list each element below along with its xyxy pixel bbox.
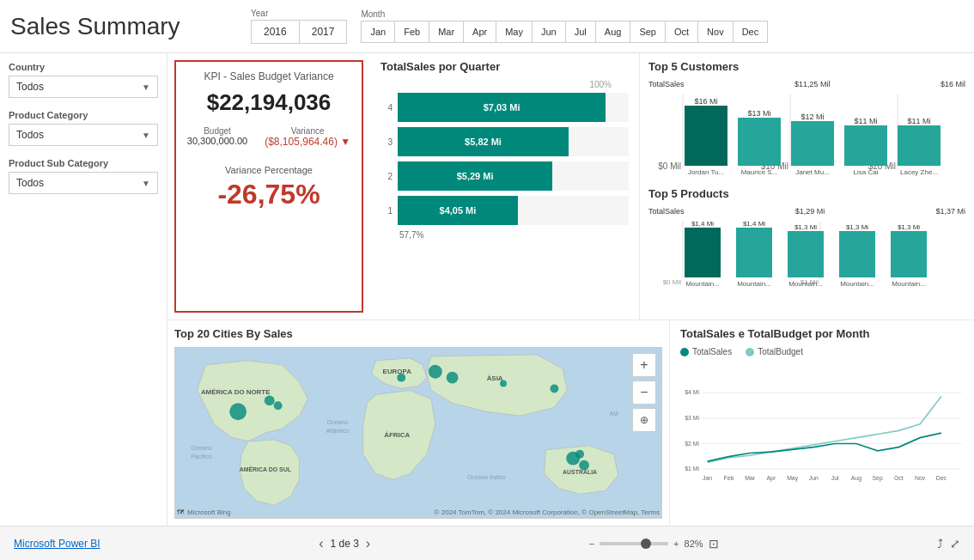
svg-text:$2 Mi: $2 Mi — [685, 441, 699, 447]
kpi-panel: KPI - Sales Budget Variance $22,194,036 … — [174, 60, 363, 313]
line-chart-title: TotalSales e TotalBudget por Month — [680, 327, 964, 340]
map-zoom-out-button[interactable]: − — [632, 380, 656, 405]
power-bi-link[interactable]: Microsoft Power BI — [14, 538, 100, 550]
svg-rect-7 — [685, 106, 727, 166]
svg-text:AMÉRICA DO SUL: AMÉRICA DO SUL — [240, 466, 292, 472]
product-category-dropdown[interactable]: Todos ▼ — [9, 124, 158, 146]
quarter-bar-row: 4 $7,03 Mi — [380, 93, 629, 122]
svg-text:Jan: Jan — [703, 475, 712, 481]
svg-text:Apr: Apr — [767, 475, 776, 482]
quarter-top-label: 100% — [380, 80, 612, 89]
zoom-slider[interactable] — [600, 542, 668, 545]
month-sep-button[interactable]: Sep — [630, 21, 666, 42]
bottom-panels: Top 20 Cities By Sales — [167, 320, 974, 526]
country-dropdown-arrow: ▼ — [142, 82, 150, 92]
svg-text:Oct: Oct — [894, 475, 904, 481]
page-navigation: ‹ 1 de 3 › — [319, 536, 370, 551]
kpi-variance-value: ($8,105,964.46) ▼ — [265, 136, 350, 148]
kpi-budget-value: 30,300,000.00 — [187, 136, 247, 146]
svg-text:$4 Mi: $4 Mi — [685, 389, 699, 395]
product-category-arrow: ▼ — [142, 131, 150, 140]
customers-header-val2: $16 Mil — [941, 80, 965, 88]
month-apr-button[interactable]: Apr — [464, 21, 496, 42]
svg-rect-38 — [891, 231, 927, 277]
quarter-bar: $4,05 Mi — [398, 196, 518, 225]
header: Sales Summary Year 2016 2017 Month JanFe… — [0, 0, 974, 53]
month-jul-button[interactable]: Jul — [566, 21, 596, 42]
svg-text:Oceano Índico: Oceano Índico — [467, 473, 506, 480]
bing-logo: 🗺 — [177, 508, 184, 516]
month-aug-button[interactable]: Aug — [596, 21, 631, 42]
quarter-label: 2 — [380, 172, 393, 181]
top-panels: KPI - Sales Budget Variance $22,194,036 … — [167, 53, 974, 320]
zoom-thumb — [641, 539, 651, 549]
svg-text:Janet Mu...: Janet Mu... — [795, 168, 830, 176]
svg-text:May: May — [787, 475, 799, 482]
products-header-val2: $1,37 Mi — [935, 207, 965, 216]
month-nov-button[interactable]: Nov — [698, 21, 734, 42]
line-chart-area: $4 Mi $3 Mi $2 Mi $1 Mi Jan Feb — [680, 362, 964, 510]
svg-text:Jun: Jun — [809, 475, 819, 481]
svg-point-55 — [274, 401, 283, 410]
quarter-label: 4 — [380, 103, 393, 113]
quarter-bar: $5,82 Mi — [398, 127, 569, 156]
month-buttons: JanFebMarAprMayJunJulAugSepOctNovDec — [361, 21, 768, 43]
map-controls: + − ⊕ — [627, 348, 661, 437]
top5-products-header: TotalSales $1,29 Mi $1,37 Mi — [648, 207, 965, 216]
svg-text:EUROPA: EUROPA — [383, 368, 412, 375]
svg-point-63 — [500, 380, 507, 387]
svg-text:$3 Mi: $3 Mi — [685, 415, 699, 421]
month-oct-button[interactable]: Oct — [666, 21, 698, 42]
fit-screen-button[interactable]: ⊡ — [709, 537, 719, 551]
map-zoom-in-button[interactable]: + — [632, 353, 656, 377]
zoom-control: − + 82% ⊡ — [589, 537, 719, 551]
map-settings-button[interactable]: ⊕ — [632, 408, 656, 432]
legend-total-budget: TotalBudget — [746, 347, 803, 356]
page-title: Sales Summary — [10, 13, 234, 40]
products-total-sales-label: TotalSales — [648, 207, 685, 216]
quarter-bar-row: 3 $5,82 Mi — [380, 127, 629, 156]
month-jan-button[interactable]: Jan — [362, 21, 395, 42]
month-may-button[interactable]: May — [496, 21, 533, 42]
page-indicator: 1 de 3 — [330, 538, 358, 550]
svg-text:AM: AM — [610, 411, 619, 417]
kpi-variance-pct-section: Variance Percentage -26,75% — [217, 165, 320, 210]
svg-text:Pacífico: Pacífico — [191, 453, 212, 460]
product-subcategory-dropdown[interactable]: Todos ▼ — [9, 172, 158, 194]
top5-products-title: Top 5 Products — [648, 187, 965, 200]
svg-text:Lisa Cai: Lisa Cai — [854, 168, 879, 176]
country-label: Country — [9, 62, 158, 72]
svg-text:AUSTRÁLIA: AUSTRÁLIA — [563, 468, 597, 475]
quarter-bars: 4 $7,03 Mi 3 $5,82 Mi 2 $5,29 Mi 1 $4,05… — [380, 93, 629, 225]
next-page-button[interactable]: › — [366, 536, 370, 551]
legend-sales-dot — [680, 348, 689, 356]
zoom-minus: − — [589, 539, 594, 549]
products-header-val1: $1,29 Mi — [795, 207, 825, 216]
svg-point-54 — [265, 395, 275, 405]
month-mar-button[interactable]: Mar — [429, 21, 464, 42]
quarter-bar-container: $5,82 Mi — [398, 127, 629, 156]
kpi-value: $22,194,036 — [207, 89, 332, 116]
zoom-plus: + — [673, 539, 679, 549]
products-chart: $0 Mil$1 Mil$1,4 MiMountain...$1,4 MiMou… — [648, 217, 965, 295]
month-jun-button[interactable]: Jun — [533, 21, 566, 42]
share-button[interactable]: ⤴ — [937, 537, 943, 551]
svg-text:Jordan Tu...: Jordan Tu... — [688, 168, 724, 176]
line-chart-panel: TotalSales e TotalBudget por Month Total… — [670, 320, 974, 526]
footer: Microsoft Power BI ‹ 1 de 3 › − + 82% ⊡ … — [0, 526, 974, 560]
svg-text:$1,3 Mi: $1,3 Mi — [846, 223, 868, 231]
svg-rect-32 — [788, 231, 824, 277]
main-content: KPI - Sales Budget Variance $22,194,036 … — [167, 53, 974, 526]
fullscreen-button[interactable]: ⤢ — [950, 537, 960, 551]
year-2017-button[interactable]: 2017 — [299, 21, 347, 43]
top5-panel: Top 5 Customers TotalSales $11,25 Mil $1… — [639, 53, 974, 320]
quarter-bar-container: $5,29 Mi — [398, 161, 629, 191]
svg-text:$1,4 Mi: $1,4 Mi — [691, 220, 714, 228]
month-dec-button[interactable]: Dec — [734, 21, 768, 42]
prev-page-button[interactable]: ‹ — [319, 536, 323, 551]
kpi-title: KPI - Sales Budget Variance — [204, 70, 333, 82]
year-2016-button[interactable]: 2016 — [252, 21, 299, 43]
country-dropdown[interactable]: Todos ▼ — [9, 76, 158, 98]
month-feb-button[interactable]: Feb — [395, 21, 429, 42]
year-buttons: 2016 2017 — [251, 20, 347, 44]
